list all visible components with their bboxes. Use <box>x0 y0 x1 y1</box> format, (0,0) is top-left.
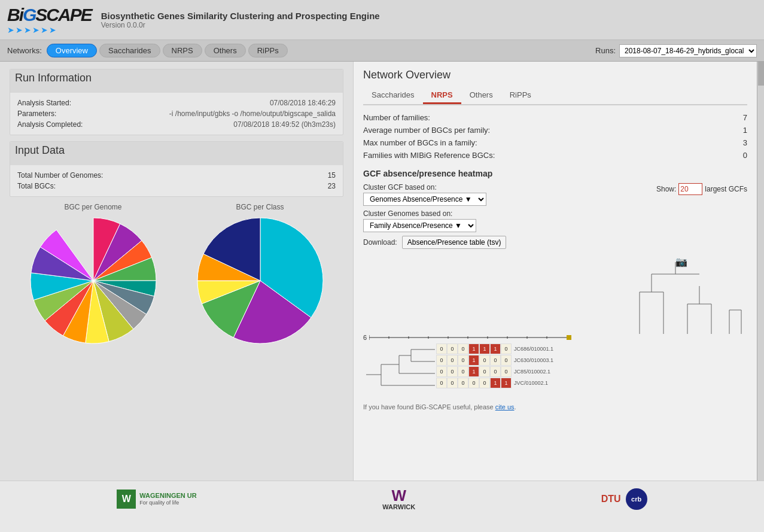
logo-arrows: ➤➤➤➤➤➤ <box>7 25 92 35</box>
cell-2-4: 1 <box>468 355 479 366</box>
total-bgcs-row: Total BGCs: 23 <box>17 181 336 191</box>
avg-bgcs-value: 1 <box>743 126 747 135</box>
charts-area: BGC per Genome BGC per Class <box>10 203 343 346</box>
mibig-row: Families with MIBiG Reference BGCs: 0 <box>363 149 747 162</box>
scrollbar-thumb[interactable] <box>758 62 764 86</box>
nav-tab-ripps[interactable]: RiPPs <box>248 44 288 57</box>
max-bgcs-value: 3 <box>743 138 747 147</box>
heatmap-section: GCF absence/presence heatmap Cluster GCF… <box>363 169 747 397</box>
warwick-w: W <box>391 488 406 503</box>
wur-name: WAGENINGEN UR <box>139 492 196 500</box>
top-dendrogram-area <box>363 256 747 334</box>
total-genomes-value: 15 <box>328 171 336 180</box>
cell-4-2: 0 <box>447 378 458 388</box>
max-bgcs-label: Max number of BGCs in a family: <box>363 138 477 147</box>
crb-circle: crb <box>626 488 647 510</box>
parameters-value: -i /home/input/gbks -o /home/output/bigs… <box>169 110 336 118</box>
cell-4-4: 0 <box>468 378 479 388</box>
num-families-value: 7 <box>743 113 747 122</box>
app-version: Version 0.0.0r <box>101 21 380 29</box>
network-tab-ripps[interactable]: RiPPs <box>501 87 540 104</box>
avg-bgcs-label: Average number of BGCs per family: <box>363 126 490 135</box>
cell-1-2: 0 <box>447 343 458 354</box>
nav-tab-others[interactable]: Others <box>205 44 246 57</box>
cell-2-2: 0 <box>447 355 458 366</box>
bgc-class-title: BGC per Class <box>194 203 326 211</box>
right-panel: Network Overview Saccharides NRPS Others… <box>353 62 757 481</box>
warwick-name: WARWICK <box>382 503 415 510</box>
run-info-header: Run Information <box>10 69 343 93</box>
mibig-label: Families with MIBiG Reference BGCs: <box>363 151 495 160</box>
cell-3-5: 0 <box>479 366 490 377</box>
mibig-value: 0 <box>743 151 747 160</box>
wur-sub: For quality of life <box>139 500 196 506</box>
download-label: Download: <box>363 238 397 247</box>
cell-1-7: 0 <box>501 343 512 354</box>
analysis-started-value: 07/08/2018 18:46:29 <box>270 99 336 107</box>
analysis-completed-value: 07/08/2018 18:49:52 (0h3m23s) <box>233 120 336 129</box>
left-dendrogram-svg <box>363 343 435 397</box>
analysis-started-row: Analysis Started: 07/08/2018 18:46:29 <box>17 98 336 108</box>
network-tab-others[interactable]: Others <box>461 87 501 104</box>
cell-4-5: 0 <box>479 378 490 388</box>
cite-link[interactable]: cite us <box>495 403 515 411</box>
show-label: Show: <box>656 185 676 193</box>
heatmap-row-1: 0 0 0 1 1 1 0 JC686/010001.1 <box>436 343 553 354</box>
total-genomes-row: Total Number of Genomes: 15 <box>17 170 336 181</box>
cell-2-1: 0 <box>436 355 447 366</box>
network-overview-title: Network Overview <box>363 69 747 81</box>
nav-bar: Networks: Overview Saccharides NRPS Othe… <box>0 40 764 62</box>
app-header: Bi G SCAPE ➤➤➤➤➤➤ Biosynthetic Genes Sim… <box>0 0 764 40</box>
row-label-3: JC85/010002.1 <box>514 369 550 375</box>
cell-3-1: 0 <box>436 366 447 377</box>
cell-3-2: 0 <box>447 366 458 377</box>
scrollbar[interactable] <box>757 62 764 481</box>
input-data-section: Input Data Total Number of Genomes: 15 T… <box>10 141 343 197</box>
analysis-completed-label: Analysis Completed: <box>17 120 83 129</box>
runs-select[interactable]: 2018-08-07_18-46-29_hybrids_glocal <box>619 44 757 57</box>
heatmap-row-3: 0 0 0 1 0 0 0 JC85/010002.1 <box>436 366 553 377</box>
svg-rect-14 <box>567 335 571 340</box>
cluster-gcf-label: Cluster GCF based on: <box>363 183 486 191</box>
axis-svg <box>369 334 573 341</box>
app-info: Biosynthetic Genes Similarity Clustering… <box>101 11 380 29</box>
heatmap-rows-container: 0 0 0 1 1 1 0 JC686/010001.1 <box>363 343 747 397</box>
num-families-label: Number of families: <box>363 113 430 122</box>
cell-1-5: 1 <box>479 343 490 354</box>
cluster-genomes-select[interactable]: Family Absence/Presence ▼ <box>363 219 476 232</box>
bgc-genome-title: BGC per Genome <box>28 203 159 211</box>
row-label-4: JVC/010002.1 <box>514 380 548 386</box>
heatmap-title: GCF absence/presence heatmap <box>363 169 747 178</box>
cell-3-6: 0 <box>490 366 501 377</box>
cell-2-7: 0 <box>501 355 512 366</box>
network-tabs: Saccharides NRPS Others RiPPs <box>363 87 747 105</box>
top-dendrogram-svg <box>628 256 747 334</box>
total-genomes-label: Total Number of Genomes: <box>17 171 103 180</box>
cluster-gcf-select[interactable]: Genomes Absence/Presence ▼ <box>363 193 486 206</box>
bgc-genome-chart: BGC per Genome <box>28 203 159 346</box>
networks-label: Networks: <box>7 46 42 55</box>
wur-text-block: WAGENINGEN UR For quality of life <box>139 492 196 506</box>
nav-tab-overview[interactable]: Overview <box>47 44 97 57</box>
app-title: Biosynthetic Genes Similarity Clustering… <box>101 11 380 21</box>
cell-1-3: 0 <box>458 343 468 354</box>
download-button[interactable]: Absence/Presence table (tsv) <box>402 236 507 249</box>
logo-scape: SCAPE <box>35 5 91 25</box>
show-row: Show: largest GCFs <box>656 183 747 195</box>
input-data-title: Input Data <box>15 144 338 157</box>
bgc-class-chart: BGC per Class <box>194 203 326 346</box>
citation-text: If you have found BiG-SCAPE useful, plea… <box>363 403 494 411</box>
network-tab-saccharides[interactable]: Saccharides <box>363 87 423 104</box>
camera-icon[interactable]: 📷 <box>675 256 687 267</box>
cell-4-6: 1 <box>490 378 501 388</box>
left-panel: Run Information Analysis Started: 07/08/… <box>0 62 353 481</box>
analysis-completed-row: Analysis Completed: 07/08/2018 18:49:52 … <box>17 119 336 130</box>
wur-square: W <box>117 490 136 509</box>
cluster-genomes-label: Cluster Genomes based on: <box>363 209 486 218</box>
input-data-header: Input Data <box>10 142 343 165</box>
network-tab-nrps[interactable]: NRPS <box>423 87 461 104</box>
show-input[interactable] <box>678 183 702 195</box>
nav-tab-nrps[interactable]: NRPS <box>163 44 202 57</box>
nav-tab-saccharides[interactable]: Saccharides <box>99 44 160 57</box>
footer: W WAGENINGEN UR For quality of life W WA… <box>0 481 764 516</box>
